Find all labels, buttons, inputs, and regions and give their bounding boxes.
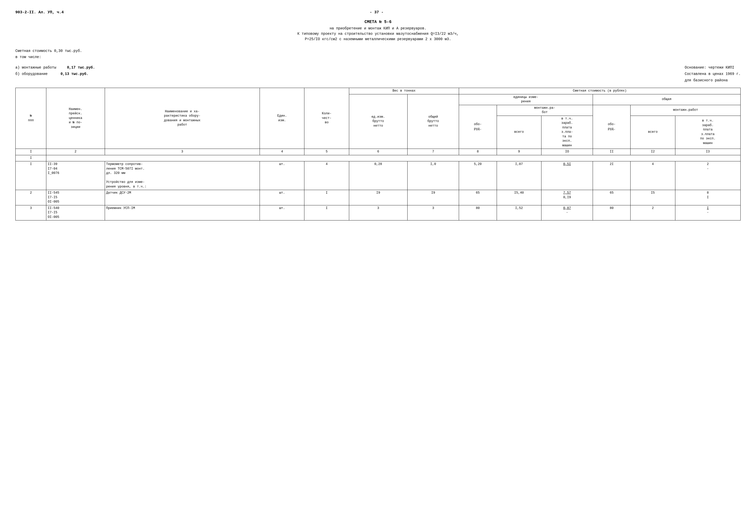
col-weight-unit-header: ед.изм.бруттонетто (349, 94, 407, 149)
idx-2: 2 (46, 149, 105, 155)
idx-10: IO (541, 149, 593, 155)
cost-item-a-label: а) монтажные работы (15, 65, 56, 69)
row2-weight-total: I9 (407, 190, 459, 205)
section-title (46, 155, 741, 162)
row3-weight-unit: 3 (349, 205, 407, 220)
row1-unit: шт. (260, 162, 304, 190)
subtitle-line1: на приобретение и монтаж КИП и А резерву… (15, 26, 741, 31)
cost-item-b-value: 0,13 тыс.руб. (60, 72, 88, 76)
section-i-header: I (15, 155, 741, 162)
including-label: в том числе: (15, 54, 741, 60)
row3-weight-total: 3 (407, 205, 459, 220)
basis-line3: для базисного района (685, 77, 741, 84)
row1-cost-total-mount: 2- (675, 162, 741, 190)
idx-12: I2 (631, 149, 675, 155)
page-number: - 37 - (64, 10, 689, 14)
col-mount-unit-header: монтажн.ра-бот (497, 105, 593, 115)
col-mount-unit-zp-header: в т.ч.зараб.платаз.пла-та поэксп.машин (541, 115, 593, 149)
idx-8: 8 (459, 149, 497, 155)
row1-num: I (15, 162, 46, 190)
row2-cost-total-all: I5 (631, 190, 675, 205)
table-row: 2 II-545I7-I5OI-005 Датчик ДСУ-2М шт. I … (15, 190, 741, 205)
cost-item-b-label: б) оборудование (15, 72, 48, 76)
main-table: №ппп Наимен.прейск.ценникаи № по-зиции Н… (15, 88, 741, 220)
idx-1: I (15, 149, 46, 155)
idx-11: II (593, 149, 631, 155)
subtitle-line2: К типовому проекту на строительство уста… (15, 31, 741, 37)
row2-name: Датчик ДСУ-2М (105, 190, 260, 205)
basis-line2: Составлена в ценах 1969 г. (685, 71, 741, 77)
row3-qty: I (304, 205, 349, 220)
row3-cost-total-all: 2 (631, 205, 675, 220)
row3-preis: II-540I7-I5OI-005 (46, 205, 105, 220)
idx-6: 6 (349, 149, 407, 155)
col-mount-unit-all-header: всего (497, 115, 541, 149)
col-cost-unit-header: единицы изме-рения (459, 94, 593, 105)
col-num-header: №ппп (15, 88, 46, 149)
col-weight-header: Вес в тоннах (349, 88, 459, 94)
row2-cost-mount-zp: 7,570,I9 (541, 190, 593, 205)
col-cost-header: Сметная стоимость (в рублях) (459, 88, 741, 94)
row2-unit: шт. (260, 190, 304, 205)
doc-number: 903-2-II. Ал. УП, ч.4 (15, 10, 64, 14)
row2-cost-eq2: 65 (593, 190, 631, 205)
idx-3: 3 (105, 149, 260, 155)
idx-5: 5 (304, 149, 349, 155)
idx-9: 9 (497, 149, 541, 155)
idx-13: I3 (675, 149, 741, 155)
row1-weight-unit: 0,28 (349, 162, 407, 190)
subtitle-line3: Р=25/IO кгс/см2 с наземными металлически… (15, 37, 741, 42)
row3-cost-mount-all: I,52 (497, 205, 541, 220)
row2-qty: I (304, 190, 349, 205)
row2-weight-unit: I9 (349, 190, 407, 205)
col-unit-header: Един.изм. (260, 88, 304, 149)
row3-cost-eq: 80 (459, 205, 497, 220)
idx-7: 7 (407, 149, 459, 155)
col-mount-total-header: монтажн.работ (631, 105, 741, 115)
table-row: I II-39I7-04I_0076 Термометр сопротив-ле… (15, 162, 741, 190)
col-weight-total-header: общийбруттонетто (407, 94, 459, 149)
col-preis-header: Наимен.прейск.ценникаи № по-зиции (46, 88, 105, 149)
col-mount-total-zp-header: в т.ч.зараб.платаз.платапо эксп.машин (675, 115, 741, 149)
row3-unit: шт. (260, 205, 304, 220)
row1-preis: II-39I7-04I_0076 (46, 162, 105, 190)
cost-item-a-value: 0,17 тыс.руб. (67, 65, 95, 69)
col-eq-unit-header: обо-руд. (459, 105, 497, 149)
row2-cost-eq: 65 (459, 190, 497, 205)
main-title: СМЕТА № 5-6 (15, 20, 741, 24)
row1-name: Термометр сопротив-ления ТСМ-507I монт.д… (105, 162, 260, 190)
row1-cost-eq2: 2I (593, 162, 631, 190)
row3-cost-mount-zp: 0,87- (541, 205, 593, 220)
row2-cost-mount-all: I5,40 (497, 190, 541, 205)
basis-line1: Основание: чертежи КИПI (685, 64, 741, 71)
row1-cost-eq: 5,20 (459, 162, 497, 190)
idx-4: 4 (260, 149, 304, 155)
row1-weight-total: I,0 (407, 162, 459, 190)
row3-cost-total-mount: I- (675, 205, 741, 220)
col-name-header: Наименование и ха-рактеристика обору-дов… (105, 88, 260, 149)
row3-name: Приемник УСП-IM (105, 205, 260, 220)
row3-cost-eq2: 80 (593, 205, 631, 220)
row2-cost-total-mount: 8I (675, 190, 741, 205)
row3-num: 3 (15, 205, 46, 220)
row2-num: 2 (15, 190, 46, 205)
col-mount-total-all-header: всего (631, 115, 675, 149)
row1-cost-mount-zp: 0,5I (541, 162, 593, 190)
table-row: 3 II-540I7-I5OI-005 Приемник УСП-IM шт. … (15, 205, 741, 220)
row1-cost-mount-all: I,07 (497, 162, 541, 190)
index-row: I 2 3 4 5 6 7 8 9 IO II I2 I3 (15, 149, 741, 155)
row2-preis: II-545I7-I5OI-005 (46, 190, 105, 205)
row1-cost-total-all: 4 (631, 162, 675, 190)
row1-qty: 4 (304, 162, 349, 190)
section-label: I (15, 155, 46, 162)
col-cost-total-header: общая (593, 94, 741, 105)
col-eq-total-header: обо-руд. (593, 105, 631, 149)
col-qty-header: Коли-чест-во (304, 88, 349, 149)
total-cost: Сметная стоимость 0,30 тыс.руб. (15, 48, 741, 54)
